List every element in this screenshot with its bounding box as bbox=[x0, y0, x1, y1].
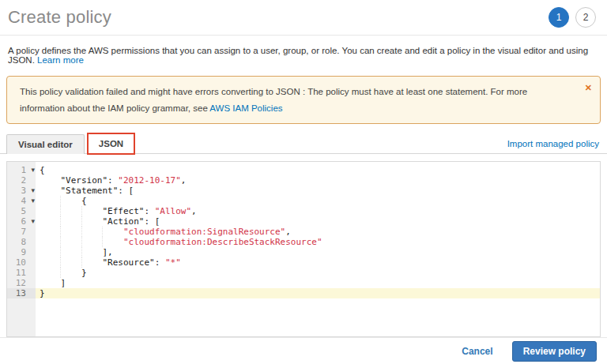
alert-iam-policies-link[interactable]: AWS IAM Policies bbox=[209, 103, 282, 113]
code-token: "Effect": bbox=[102, 206, 154, 216]
code-string-token: "cloudformation:DescribeStackResource" bbox=[123, 237, 322, 247]
line-number: 12 bbox=[7, 278, 36, 288]
indent-guide bbox=[60, 237, 81, 247]
footer-bar: Cancel Review policy bbox=[0, 337, 607, 364]
annotation-box-json-tab: JSON bbox=[87, 133, 135, 155]
code-line[interactable]: "Statement": [ bbox=[36, 186, 600, 196]
line-number: 9 bbox=[7, 247, 36, 257]
indent-guide bbox=[81, 227, 102, 237]
indent-guide bbox=[40, 247, 60, 257]
tab-visual-editor[interactable]: Visual editor bbox=[6, 134, 85, 154]
code-line[interactable]: "Action": [ bbox=[36, 216, 600, 227]
indent-guide bbox=[40, 268, 60, 278]
description-text: A policy defines the AWS permissions tha… bbox=[8, 46, 588, 65]
indent-guide bbox=[40, 257, 60, 268]
review-policy-button[interactable]: Review policy bbox=[512, 341, 597, 362]
step-1-badge[interactable]: 1 bbox=[549, 7, 569, 28]
fold-toggle-icon[interactable]: ▾ bbox=[31, 186, 35, 196]
fold-toggle-icon[interactable]: ▾ bbox=[31, 165, 35, 175]
page-header: Create policy 1 2 bbox=[0, 0, 607, 36]
editor-tabbar: Visual editor JSON Import managed policy bbox=[0, 133, 607, 154]
line-number: 10 bbox=[7, 257, 36, 268]
code-token: } bbox=[40, 288, 45, 298]
code-token: , bbox=[191, 206, 197, 216]
indent-guide bbox=[40, 237, 60, 247]
code-line[interactable]: { bbox=[36, 165, 600, 175]
json-code-editor[interactable]: 1▾23▾4▾56▾78910111213 {"Version": "2012-… bbox=[6, 161, 601, 337]
fold-toggle-icon[interactable]: ▾ bbox=[31, 216, 35, 227]
line-number: 3▾ bbox=[7, 186, 36, 196]
indent-guide bbox=[40, 216, 60, 227]
indent-guide bbox=[40, 278, 60, 288]
indent-guide bbox=[81, 257, 102, 268]
code-line[interactable]: { bbox=[36, 196, 600, 206]
code-token: , bbox=[285, 227, 291, 237]
code-string-token: "cloudformation:SignalResource" bbox=[123, 227, 285, 237]
indent-guide bbox=[81, 237, 102, 247]
code-token: } bbox=[81, 268, 87, 278]
code-line[interactable]: ] bbox=[36, 278, 600, 288]
cancel-button[interactable]: Cancel bbox=[462, 346, 492, 357]
code-token: { bbox=[81, 196, 87, 206]
code-line[interactable]: "cloudformation:SignalResource", bbox=[36, 227, 600, 237]
editor-code[interactable]: {"Version": "2012-10-17","Statement": [{… bbox=[36, 162, 600, 298]
page-description: A policy defines the AWS permissions tha… bbox=[0, 36, 607, 73]
code-line[interactable]: "Resource": "*" bbox=[36, 257, 600, 268]
indent-guide bbox=[81, 247, 102, 257]
indent-guide bbox=[40, 186, 60, 196]
code-token: "Action": [ bbox=[102, 216, 160, 227]
indent-guide bbox=[60, 196, 81, 206]
line-number: 2 bbox=[7, 175, 36, 186]
code-token: "Version": bbox=[60, 175, 118, 186]
code-line[interactable]: "Version": "2012-10-17", bbox=[36, 175, 600, 186]
line-number: 8 bbox=[7, 237, 36, 247]
code-string-token: "2012-10-17" bbox=[118, 175, 180, 186]
code-line[interactable]: "Effect": "Allow", bbox=[36, 206, 600, 216]
validation-alert: This policy validation failed and might … bbox=[6, 76, 601, 124]
code-token: { bbox=[40, 165, 45, 175]
code-line[interactable]: "cloudformation:DescribeStackResource" bbox=[36, 237, 600, 247]
indent-guide bbox=[40, 227, 60, 237]
import-managed-policy-link[interactable]: Import managed policy bbox=[507, 139, 599, 153]
indent-guide bbox=[40, 175, 60, 186]
tab-json[interactable]: JSON bbox=[89, 134, 134, 153]
indent-guide bbox=[40, 206, 60, 216]
indent-guide bbox=[102, 227, 123, 237]
line-number: 4▾ bbox=[7, 196, 36, 206]
indent-guide bbox=[40, 196, 60, 206]
code-token: ], bbox=[102, 247, 112, 257]
code-string-token: "*" bbox=[165, 257, 181, 268]
indent-guide bbox=[81, 216, 102, 227]
line-number: 5 bbox=[7, 206, 36, 216]
indent-guide bbox=[60, 268, 81, 278]
page-title: Create policy bbox=[8, 7, 111, 28]
line-number: 7 bbox=[7, 227, 36, 237]
line-number: 13 bbox=[7, 288, 36, 298]
indent-guide bbox=[81, 206, 102, 216]
code-string-token: "Allow" bbox=[155, 206, 191, 216]
indent-guide bbox=[60, 206, 81, 216]
step-indicator: 1 2 bbox=[549, 7, 596, 28]
code-line[interactable]: ], bbox=[36, 247, 600, 257]
code-token: ] bbox=[60, 278, 66, 288]
code-line[interactable]: } bbox=[36, 288, 600, 298]
step-2-badge[interactable]: 2 bbox=[575, 7, 596, 28]
code-token: , bbox=[181, 175, 187, 186]
indent-guide bbox=[60, 227, 81, 237]
line-number: 6▾ bbox=[7, 216, 36, 227]
indent-guide bbox=[60, 247, 81, 257]
code-line[interactable]: } bbox=[36, 268, 600, 278]
learn-more-link[interactable]: Learn more bbox=[37, 55, 84, 65]
line-number: 11 bbox=[7, 268, 36, 278]
editor-gutter: 1▾23▾4▾56▾78910111213 bbox=[7, 162, 36, 336]
indent-guide bbox=[60, 257, 81, 268]
code-token: "Resource": bbox=[102, 257, 164, 268]
code-token: "Statement": [ bbox=[60, 186, 134, 196]
indent-guide bbox=[102, 237, 123, 247]
close-icon[interactable]: ✕ bbox=[585, 81, 592, 96]
indent-guide bbox=[60, 216, 81, 227]
fold-toggle-icon[interactable]: ▾ bbox=[31, 196, 35, 206]
line-number: 1▾ bbox=[7, 165, 36, 175]
